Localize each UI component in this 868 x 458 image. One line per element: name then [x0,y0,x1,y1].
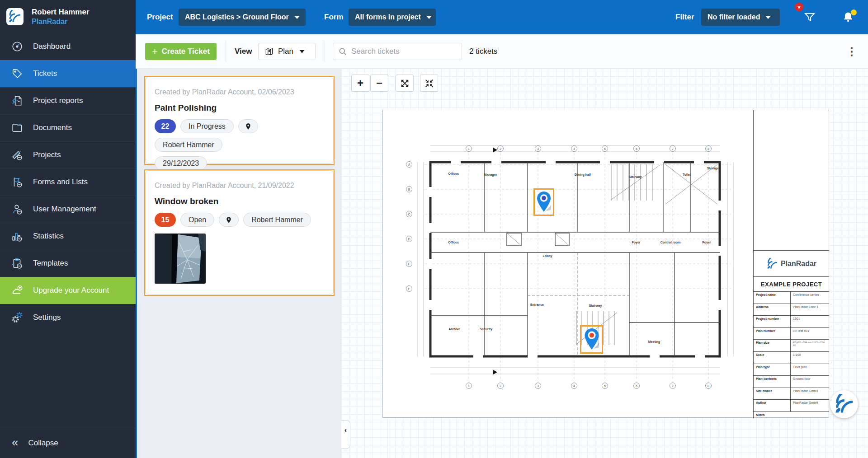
ticket-title: Paint Polishing [155,103,324,113]
filter-label: Filter [675,0,694,34]
chevron-left-icon: ‹ [344,426,347,434]
room-label: Stairway [589,304,602,307]
ticket-assignee-pill: Robert Hammer [155,138,222,152]
sidebar-item-label: Documents [33,123,72,132]
notifications-button[interactable] [842,0,854,34]
ticket-assignee-pill: Robert Hammer [243,213,311,227]
sidebar-item-statistics[interactable]: Statistics [0,223,136,250]
divider [325,41,325,62]
field-label: Plan number [754,328,791,340]
view-mode-value: Plan [278,47,293,56]
folder-icon [11,122,23,134]
title-block-row: Address PlanRadar Lane 1 [754,304,829,316]
grid-bubble: 3 [535,145,541,152]
account-name: PlanRadar [32,17,90,27]
collapse-label: Collapse [28,439,58,448]
sidebar-item-forms-and-lists[interactable]: Forms and Lists [0,168,136,196]
grid-bubble: 1 [466,383,472,389]
planradar-logo-icon [6,8,24,25]
project-selector-dropdown[interactable]: ABC Logistics > Ground Floor [179,9,306,26]
zoom-out-button[interactable]: − [370,75,388,92]
grid-bubble: 5 [602,145,608,152]
form-label: Form [324,0,344,34]
grid-bubble: 7 [670,145,676,152]
room-label: Offices [448,241,459,244]
topbar: Project ABC Logistics > Ground Floor For… [136,0,868,34]
sidebar-item-label: Statistics [33,232,64,241]
sidebar-item-tickets[interactable]: Tickets [0,60,136,87]
clipboard-icon [11,257,23,270]
filter-selector-value: No filter loaded [708,13,760,21]
ticket-tag-icon [11,68,23,80]
helmet-upgrade-icon [11,285,23,297]
sidebar-item-templates[interactable]: Templates [0,250,136,277]
sidebar-item-label: Project reports [33,96,83,105]
bar-chart-icon [11,230,23,243]
room-label: Stairway [629,175,642,178]
ticket-pin-window-broken[interactable] [580,325,603,354]
ticket-location-pill [219,213,239,227]
ticket-photo-thumbnail[interactable] [155,234,206,284]
plan-map-icon [265,47,274,56]
sidebar-item-label: Templates [33,259,68,268]
fit-to-screen-button[interactable] [396,75,414,92]
reset-zoom-button[interactable] [420,75,438,92]
user-info: Robert Hammer PlanRadar [32,7,90,27]
grid-bubble: A [406,161,412,168]
user-account-button[interactable]: Robert Hammer PlanRadar [0,0,136,33]
sidebar-item-label: User Management [33,205,96,214]
zoom-in-button[interactable]: + [351,75,369,92]
ticket-title: Window broken [155,196,324,206]
sidebar-item-projects[interactable]: Projects [0,141,136,168]
ticket-created-by: Created by PlanRadar Account, 21/09/2022 [155,182,324,190]
title-block-row: Notes [754,412,829,418]
sidebar-item-upgrade-account[interactable]: Upgrade your Account [0,277,136,304]
sidebar-nav: Dashboard Tickets Project reports [0,33,136,331]
grid-bubble: 6 [633,145,640,152]
title-block-row: Author PlanRadar GmbH [754,400,829,412]
filter-funnel-button[interactable] [804,0,816,34]
sidebar-collapse-button[interactable]: « Collapse [0,428,136,458]
title-block-row: Plan type Floor plan [754,364,829,376]
form-selector-dropdown[interactable]: All forms in project [349,9,436,26]
compress-arrows-icon [425,79,434,88]
ticket-card-window-broken[interactable]: Created by PlanRadar Account, 21/09/2022… [144,169,335,296]
sidebar-item-settings[interactable]: Settings [0,304,136,331]
ticket-meta-row: 22 In Progress Robert Hammer [155,119,324,152]
title-block-row: Plan contents Ground floor [754,376,829,388]
field-label: Address [754,304,791,316]
grid-bubble: E [406,261,412,267]
field-value: A2 (420 x 594 mm / 16.5 x 23.4 in) [791,340,829,351]
user-icon [11,203,23,215]
more-options-button[interactable]: ⋮ [846,34,857,69]
sidebar-item-user-management[interactable]: User Management [0,196,136,223]
ticket-status-pill: Open [180,213,214,227]
floor-plan-sheet[interactable]: 1 2 3 4 5 6 7 8 1 2 3 4 5 6 7 8 A B C D … [382,110,829,418]
sidebar: Robert Hammer PlanRadar Dashboard Ticket… [0,0,136,458]
ticket-location-pill [238,119,258,133]
ticket-card-paint-polishing[interactable]: Created by PlanRadar Account, 02/06/2023… [144,76,335,165]
collapse-ticket-panel-button[interactable]: ‹ [341,420,350,449]
field-label: Site owner [754,388,791,400]
title-block-row: Plan size A2 (420 x 594 mm / 16.5 x 23.4… [754,340,829,352]
grid-bubble: 4 [571,383,577,389]
sidebar-item-project-reports[interactable]: Project reports [0,87,136,114]
search-input[interactable] [333,43,462,60]
room-label: Foyer [702,241,711,244]
grid-bubble: 5 [602,383,608,389]
sidebar-item-label: Tickets [33,69,57,78]
view-mode-dropdown[interactable]: Plan [258,43,316,60]
title-block-logo: PlanRadar [754,250,829,277]
sidebar-item-documents[interactable]: Documents [0,114,136,141]
ticket-count: 2 tickets [469,34,497,69]
title-block-row: Scale 1:100 [754,352,829,364]
create-ticket-label: Create Ticket [161,47,209,56]
create-ticket-button[interactable]: + Create Ticket [145,43,217,60]
title-block-row: Project number 1501 [754,316,829,328]
room-label: Offices [448,172,459,175]
sidebar-item-dashboard[interactable]: Dashboard [0,33,136,60]
grid-bubble: 3 [535,383,541,389]
ticket-pin-paint-polishing[interactable] [533,188,554,216]
filter-selector-dropdown[interactable]: No filter loaded [701,9,780,26]
field-value: 1:100 [791,352,829,364]
